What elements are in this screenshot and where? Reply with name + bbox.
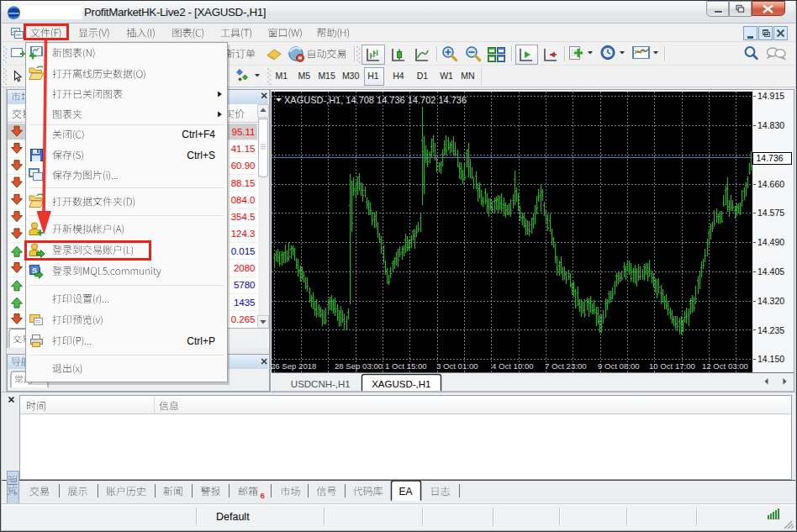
svg-text:2080: 2080: [234, 263, 256, 273]
svg-text:95.11: 95.11: [232, 127, 256, 137]
svg-text:1 Oct 15:00: 1 Oct 15:00: [385, 361, 427, 371]
svg-text:14.736: 14.736: [757, 153, 784, 163]
svg-text:124.3: 124.3: [231, 229, 256, 239]
svg-text:M30: M30: [342, 71, 360, 81]
svg-text:084.0: 084.0: [231, 195, 256, 205]
svg-text:H4: H4: [393, 71, 404, 81]
svg-text:XAGUSD-,H1: XAGUSD-,H1: [372, 379, 430, 389]
svg-text:EA: EA: [398, 486, 412, 498]
svg-text:14.660: 14.660: [757, 179, 784, 189]
svg-text:USDCNH-,H1: USDCNH-,H1: [291, 379, 351, 389]
svg-text:M1: M1: [276, 71, 288, 81]
svg-text:Ctrl+S: Ctrl+S: [187, 150, 215, 161]
svg-text:M15: M15: [318, 71, 335, 81]
svg-text:D1: D1: [417, 71, 429, 81]
svg-text:14.150: 14.150: [757, 354, 784, 364]
svg-text:0.015: 0.015: [231, 246, 256, 256]
svg-text:MN: MN: [461, 71, 474, 81]
svg-text:Default: Default: [216, 511, 250, 523]
svg-text:354.5: 354.5: [231, 212, 256, 222]
svg-text:Ctrl+P: Ctrl+P: [187, 335, 215, 347]
svg-text:M5: M5: [298, 71, 310, 81]
svg-text:0.265: 0.265: [231, 314, 256, 324]
svg-text:14.575: 14.575: [757, 208, 784, 218]
svg-text:ProfitMarketHK-Live2 - [XAGUSD: ProfitMarketHK-Live2 - [XAGUSD-,H1]: [84, 6, 266, 18]
svg-text:88.15: 88.15: [231, 178, 256, 188]
svg-text:14.830: 14.830: [757, 120, 784, 130]
svg-text:XAGUSD-,H1, 14.708 14.736 14.7: XAGUSD-,H1, 14.708 14.736 14.702 14.736: [284, 95, 467, 105]
svg-text:5780: 5780: [234, 280, 256, 290]
svg-text:28 Sep 03:00: 28 Sep 03:00: [335, 361, 383, 371]
svg-text:10 Oct 17:00: 10 Oct 17:00: [649, 361, 695, 371]
svg-text:14.405: 14.405: [757, 266, 784, 277]
svg-text:14.915: 14.915: [757, 91, 784, 101]
svg-text:14.490: 14.490: [757, 237, 784, 247]
svg-text:6: 6: [261, 491, 265, 500]
svg-text:60.90: 60.90: [231, 161, 256, 171]
svg-text:3 Oct 01:00: 3 Oct 01:00: [436, 361, 478, 371]
svg-text:W1: W1: [440, 71, 453, 81]
svg-text:1435: 1435: [234, 298, 256, 308]
svg-text:4 Oct 10:00: 4 Oct 10:00: [492, 361, 534, 371]
svg-text:14.320: 14.320: [757, 296, 784, 306]
svg-text:H1: H1: [367, 71, 379, 81]
svg-text:26 Sep 2018: 26 Sep 2018: [271, 361, 316, 371]
svg-text:12 Oct 03:00: 12 Oct 03:00: [702, 361, 748, 371]
svg-text:14.235: 14.235: [757, 325, 784, 335]
svg-text:9 Oct 08:00: 9 Oct 08:00: [598, 361, 640, 371]
svg-text:7 Oct 23:00: 7 Oct 23:00: [545, 361, 587, 371]
svg-text:41.15: 41.15: [231, 144, 256, 154]
svg-text:Ctrl+F4: Ctrl+F4: [182, 129, 215, 140]
